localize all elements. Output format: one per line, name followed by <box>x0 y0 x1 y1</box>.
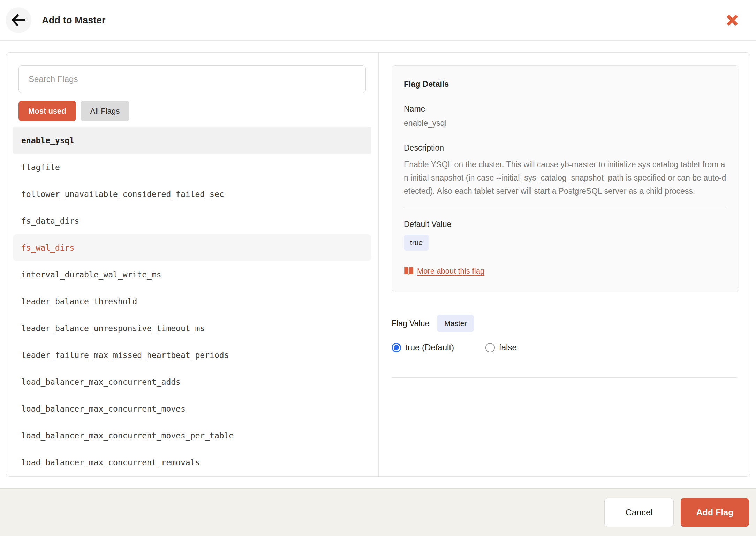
name-label: Name <box>404 104 727 114</box>
add-flag-button[interactable]: Add Flag <box>681 498 749 527</box>
modal-header: Add to Master <box>0 0 756 41</box>
flag-browser: Most used All Flags enable_ysql flagfile… <box>6 53 379 476</box>
flag-list-item[interactable]: enable_ysql <box>13 127 371 154</box>
back-button[interactable] <box>6 7 31 33</box>
flag-list-item[interactable]: leader_balance_unresponsive_timeout_ms <box>13 315 371 342</box>
flag-list-item[interactable]: fs_data_dirs <box>13 207 371 234</box>
flag-filter-tabs: Most used All Flags <box>18 101 366 121</box>
default-value-label: Default Value <box>404 220 727 229</box>
radio-selected-icon <box>392 343 401 352</box>
radio-option-true[interactable]: true (Default) <box>392 343 454 352</box>
flag-list-item[interactable]: leader_balance_threshold <box>13 288 371 315</box>
search-input[interactable] <box>18 65 366 93</box>
scope-badge: Master <box>437 315 474 332</box>
radio-option-false[interactable]: false <box>485 343 517 352</box>
radio-unselected-icon <box>485 343 495 352</box>
tab-all-flags[interactable]: All Flags <box>81 101 129 121</box>
radio-option-true-label: true (Default) <box>405 343 454 352</box>
modal-footer: Cancel Add Flag <box>0 488 756 536</box>
flag-value-options: true (Default) false <box>392 343 737 352</box>
flag-details-title: Flag Details <box>404 79 727 89</box>
flag-list-item[interactable]: leader_failure_max_missed_heartbeat_peri… <box>13 342 371 368</box>
flag-list-item[interactable]: flagfile <box>13 154 371 181</box>
flag-description-field: Description Enable YSQL on the cluster. … <box>404 143 727 198</box>
page-title: Add to Master <box>42 15 724 26</box>
details-divider <box>404 208 727 208</box>
flag-list-item[interactable]: interval_durable_wal_write_ms <box>13 261 371 288</box>
flag-value-label: Flag Value <box>392 319 429 328</box>
radio-option-false-label: false <box>499 343 517 352</box>
flag-name-field: Name enable_ysql <box>404 104 727 128</box>
flag-list-item[interactable]: load_balancer_max_concurrent_moves_per_t… <box>13 422 371 449</box>
flag-list-item[interactable]: follower_unavailable_considered_failed_s… <box>13 181 371 207</box>
more-about-flag-link[interactable]: More about this flag <box>404 267 484 276</box>
content-panel: Most used All Flags enable_ysql flagfile… <box>6 52 750 477</box>
flag-details-card: Flag Details Name enable_ysql Descriptio… <box>392 65 739 292</box>
add-flag-modal: Add to Master Most used All Flags enable… <box>0 0 756 536</box>
flag-list-item[interactable]: load_balancer_max_concurrent_adds <box>13 368 371 395</box>
flag-list: enable_ysql flagfile follower_unavailabl… <box>13 127 371 476</box>
flag-list-item[interactable]: load_balancer_max_concurrent_removals <box>13 449 371 476</box>
flag-detail-pane: Flag Details Name enable_ysql Descriptio… <box>379 53 750 476</box>
flag-list-item[interactable]: load_balancer_max_concurrent_moves <box>13 395 371 422</box>
cancel-button[interactable]: Cancel <box>604 498 674 527</box>
flag-value-header: Flag Value Master <box>392 315 737 332</box>
tab-most-used[interactable]: Most used <box>18 101 76 121</box>
modal-body: Most used All Flags enable_ysql flagfile… <box>0 41 756 488</box>
default-value-field: Default Value true <box>404 220 727 251</box>
close-button[interactable] <box>724 12 741 29</box>
more-about-flag-label: More about this flag <box>417 267 484 276</box>
flag-value-divider <box>392 377 737 378</box>
book-icon <box>404 267 414 275</box>
description-label: Description <box>404 143 727 153</box>
default-value-badge: true <box>404 235 429 251</box>
close-icon <box>726 14 739 27</box>
name-value: enable_ysql <box>404 118 727 128</box>
description-text: Enable YSQL on the cluster. This will ca… <box>404 158 727 198</box>
flag-list-item[interactable]: fs_wal_dirs <box>13 234 371 261</box>
arrow-left-icon <box>12 14 25 26</box>
